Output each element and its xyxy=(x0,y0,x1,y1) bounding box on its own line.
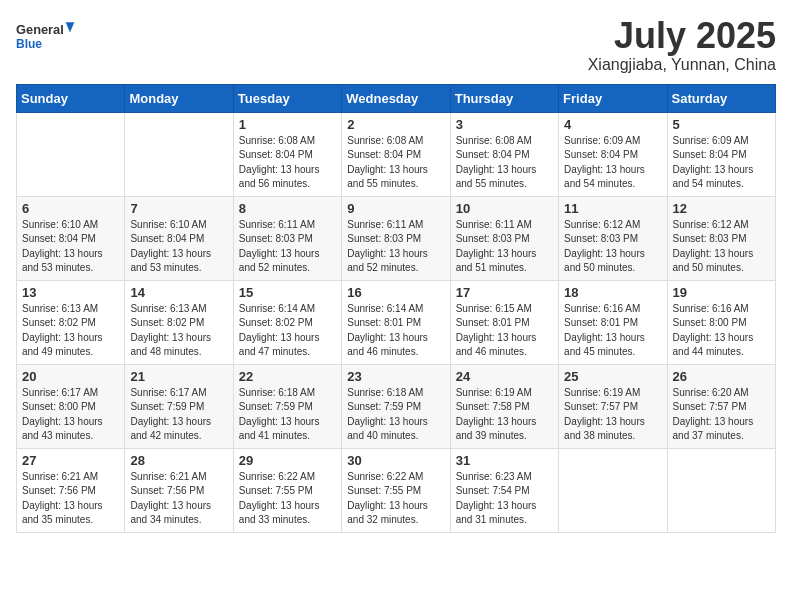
day-number: 9 xyxy=(347,201,444,216)
day-number: 24 xyxy=(456,369,553,384)
calendar-cell xyxy=(17,112,125,196)
calendar-cell: 20Sunrise: 6:17 AM Sunset: 8:00 PM Dayli… xyxy=(17,364,125,448)
day-info: Sunrise: 6:14 AM Sunset: 8:02 PM Dayligh… xyxy=(239,302,336,360)
day-number: 21 xyxy=(130,369,227,384)
day-info: Sunrise: 6:21 AM Sunset: 7:56 PM Dayligh… xyxy=(22,470,119,528)
day-info: Sunrise: 6:10 AM Sunset: 8:04 PM Dayligh… xyxy=(130,218,227,276)
calendar-cell: 19Sunrise: 6:16 AM Sunset: 8:00 PM Dayli… xyxy=(667,280,775,364)
day-info: Sunrise: 6:15 AM Sunset: 8:01 PM Dayligh… xyxy=(456,302,553,360)
day-number: 6 xyxy=(22,201,119,216)
day-info: Sunrise: 6:14 AM Sunset: 8:01 PM Dayligh… xyxy=(347,302,444,360)
day-number: 29 xyxy=(239,453,336,468)
calendar-cell: 26Sunrise: 6:20 AM Sunset: 7:57 PM Dayli… xyxy=(667,364,775,448)
calendar-cell: 27Sunrise: 6:21 AM Sunset: 7:56 PM Dayli… xyxy=(17,448,125,532)
day-info: Sunrise: 6:12 AM Sunset: 8:03 PM Dayligh… xyxy=(673,218,770,276)
day-number: 20 xyxy=(22,369,119,384)
calendar-cell: 25Sunrise: 6:19 AM Sunset: 7:57 PM Dayli… xyxy=(559,364,667,448)
day-info: Sunrise: 6:17 AM Sunset: 8:00 PM Dayligh… xyxy=(22,386,119,444)
weekday-header-tuesday: Tuesday xyxy=(233,84,341,112)
weekday-header-friday: Friday xyxy=(559,84,667,112)
day-number: 16 xyxy=(347,285,444,300)
day-info: Sunrise: 6:16 AM Sunset: 8:00 PM Dayligh… xyxy=(673,302,770,360)
calendar-cell: 17Sunrise: 6:15 AM Sunset: 8:01 PM Dayli… xyxy=(450,280,558,364)
logo-svg: General Blue xyxy=(16,16,76,56)
weekday-header-sunday: Sunday xyxy=(17,84,125,112)
day-info: Sunrise: 6:22 AM Sunset: 7:55 PM Dayligh… xyxy=(347,470,444,528)
weekday-header-thursday: Thursday xyxy=(450,84,558,112)
day-number: 11 xyxy=(564,201,661,216)
location-subtitle: Xiangjiaba, Yunnan, China xyxy=(588,56,776,74)
calendar-cell: 2Sunrise: 6:08 AM Sunset: 8:04 PM Daylig… xyxy=(342,112,450,196)
day-number: 18 xyxy=(564,285,661,300)
calendar-cell: 13Sunrise: 6:13 AM Sunset: 8:02 PM Dayli… xyxy=(17,280,125,364)
day-number: 31 xyxy=(456,453,553,468)
svg-marker-2 xyxy=(66,22,75,32)
day-info: Sunrise: 6:18 AM Sunset: 7:59 PM Dayligh… xyxy=(347,386,444,444)
calendar-cell: 9Sunrise: 6:11 AM Sunset: 8:03 PM Daylig… xyxy=(342,196,450,280)
day-info: Sunrise: 6:08 AM Sunset: 8:04 PM Dayligh… xyxy=(456,134,553,192)
day-number: 30 xyxy=(347,453,444,468)
day-number: 19 xyxy=(673,285,770,300)
day-info: Sunrise: 6:19 AM Sunset: 7:57 PM Dayligh… xyxy=(564,386,661,444)
logo: General Blue xyxy=(16,16,76,56)
day-info: Sunrise: 6:23 AM Sunset: 7:54 PM Dayligh… xyxy=(456,470,553,528)
day-info: Sunrise: 6:11 AM Sunset: 8:03 PM Dayligh… xyxy=(347,218,444,276)
calendar-cell xyxy=(667,448,775,532)
day-number: 4 xyxy=(564,117,661,132)
day-number: 12 xyxy=(673,201,770,216)
day-number: 26 xyxy=(673,369,770,384)
day-info: Sunrise: 6:16 AM Sunset: 8:01 PM Dayligh… xyxy=(564,302,661,360)
month-year-title: July 2025 xyxy=(588,16,776,56)
calendar-cell: 29Sunrise: 6:22 AM Sunset: 7:55 PM Dayli… xyxy=(233,448,341,532)
calendar-week-row: 20Sunrise: 6:17 AM Sunset: 8:00 PM Dayli… xyxy=(17,364,776,448)
day-number: 28 xyxy=(130,453,227,468)
day-info: Sunrise: 6:18 AM Sunset: 7:59 PM Dayligh… xyxy=(239,386,336,444)
calendar-cell: 4Sunrise: 6:09 AM Sunset: 8:04 PM Daylig… xyxy=(559,112,667,196)
day-number: 7 xyxy=(130,201,227,216)
day-info: Sunrise: 6:11 AM Sunset: 8:03 PM Dayligh… xyxy=(239,218,336,276)
day-number: 1 xyxy=(239,117,336,132)
day-info: Sunrise: 6:09 AM Sunset: 8:04 PM Dayligh… xyxy=(564,134,661,192)
day-number: 17 xyxy=(456,285,553,300)
calendar-cell: 21Sunrise: 6:17 AM Sunset: 7:59 PM Dayli… xyxy=(125,364,233,448)
day-number: 3 xyxy=(456,117,553,132)
calendar-cell: 28Sunrise: 6:21 AM Sunset: 7:56 PM Dayli… xyxy=(125,448,233,532)
calendar-cell: 3Sunrise: 6:08 AM Sunset: 8:04 PM Daylig… xyxy=(450,112,558,196)
weekday-header-wednesday: Wednesday xyxy=(342,84,450,112)
calendar-cell: 14Sunrise: 6:13 AM Sunset: 8:02 PM Dayli… xyxy=(125,280,233,364)
day-number: 8 xyxy=(239,201,336,216)
day-info: Sunrise: 6:08 AM Sunset: 8:04 PM Dayligh… xyxy=(239,134,336,192)
day-info: Sunrise: 6:10 AM Sunset: 8:04 PM Dayligh… xyxy=(22,218,119,276)
calendar-cell: 1Sunrise: 6:08 AM Sunset: 8:04 PM Daylig… xyxy=(233,112,341,196)
calendar-cell: 18Sunrise: 6:16 AM Sunset: 8:01 PM Dayli… xyxy=(559,280,667,364)
calendar-cell: 10Sunrise: 6:11 AM Sunset: 8:03 PM Dayli… xyxy=(450,196,558,280)
weekday-header-monday: Monday xyxy=(125,84,233,112)
calendar-cell: 6Sunrise: 6:10 AM Sunset: 8:04 PM Daylig… xyxy=(17,196,125,280)
calendar-week-row: 13Sunrise: 6:13 AM Sunset: 8:02 PM Dayli… xyxy=(17,280,776,364)
calendar-cell: 30Sunrise: 6:22 AM Sunset: 7:55 PM Dayli… xyxy=(342,448,450,532)
calendar-cell xyxy=(559,448,667,532)
calendar-week-row: 6Sunrise: 6:10 AM Sunset: 8:04 PM Daylig… xyxy=(17,196,776,280)
day-info: Sunrise: 6:09 AM Sunset: 8:04 PM Dayligh… xyxy=(673,134,770,192)
calendar-cell: 23Sunrise: 6:18 AM Sunset: 7:59 PM Dayli… xyxy=(342,364,450,448)
svg-text:Blue: Blue xyxy=(16,37,42,51)
day-number: 10 xyxy=(456,201,553,216)
calendar-cell: 16Sunrise: 6:14 AM Sunset: 8:01 PM Dayli… xyxy=(342,280,450,364)
calendar-cell: 5Sunrise: 6:09 AM Sunset: 8:04 PM Daylig… xyxy=(667,112,775,196)
day-number: 14 xyxy=(130,285,227,300)
page-header: General Blue July 2025 Xiangjiaba, Yunna… xyxy=(16,16,776,74)
title-block: July 2025 Xiangjiaba, Yunnan, China xyxy=(588,16,776,74)
day-number: 25 xyxy=(564,369,661,384)
weekday-header-saturday: Saturday xyxy=(667,84,775,112)
calendar-cell: 8Sunrise: 6:11 AM Sunset: 8:03 PM Daylig… xyxy=(233,196,341,280)
day-info: Sunrise: 6:19 AM Sunset: 7:58 PM Dayligh… xyxy=(456,386,553,444)
day-info: Sunrise: 6:12 AM Sunset: 8:03 PM Dayligh… xyxy=(564,218,661,276)
day-info: Sunrise: 6:11 AM Sunset: 8:03 PM Dayligh… xyxy=(456,218,553,276)
day-info: Sunrise: 6:17 AM Sunset: 7:59 PM Dayligh… xyxy=(130,386,227,444)
day-info: Sunrise: 6:13 AM Sunset: 8:02 PM Dayligh… xyxy=(130,302,227,360)
calendar-table: SundayMondayTuesdayWednesdayThursdayFrid… xyxy=(16,84,776,533)
calendar-cell: 11Sunrise: 6:12 AM Sunset: 8:03 PM Dayli… xyxy=(559,196,667,280)
day-number: 13 xyxy=(22,285,119,300)
calendar-cell: 15Sunrise: 6:14 AM Sunset: 8:02 PM Dayli… xyxy=(233,280,341,364)
calendar-cell xyxy=(125,112,233,196)
